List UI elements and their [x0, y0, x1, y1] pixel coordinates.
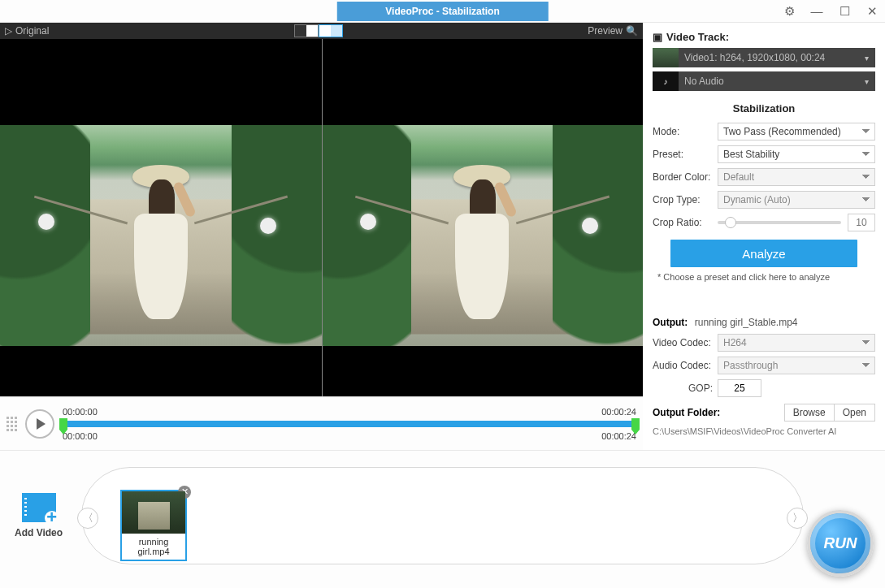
clip-name: running girl.mp4 [122, 535, 185, 560]
film-plus-icon [22, 493, 56, 522]
video-track-heading-text: Video Track: [666, 31, 729, 43]
video-track-select[interactable]: Video1: h264, 1920x1080, 00:24 ▾ [653, 48, 875, 67]
clip-shelf [81, 467, 804, 564]
mode-label: Mode: [653, 126, 713, 137]
preview-area: ▷ Original Preview 🔍 [0, 23, 643, 450]
preview-body [0, 39, 643, 396]
gop-input[interactable] [718, 379, 761, 397]
border-color-label: Border Color: [653, 171, 713, 183]
border-color-select[interactable]: Default [718, 168, 875, 186]
split-view-toggle [294, 24, 343, 37]
settings-icon[interactable]: ⚙ [781, 3, 797, 19]
play-button[interactable] [25, 409, 54, 439]
result-pane [322, 39, 644, 396]
open-button[interactable]: Open [835, 404, 875, 422]
analyze-hint: * Choose a preset and click here to anal… [657, 272, 875, 282]
audio-codec-select[interactable]: Passthrough [718, 357, 875, 374]
timeline-end: 00:00:24 [601, 407, 636, 417]
output-path: C:\Users\MSIF\Videos\VideoProc Converter… [653, 426, 875, 436]
crop-ratio-slider[interactable] [718, 221, 841, 224]
play-icon [37, 418, 46, 430]
original-pane [0, 39, 322, 396]
playback-controls: 00:00:00 00:00:24 00:00:00 00:00:24 [0, 396, 643, 450]
crop-ratio-input[interactable] [848, 214, 875, 231]
preview-toggle[interactable]: Preview 🔍 [583, 25, 643, 37]
trim-handle-start[interactable] [59, 418, 67, 430]
video-codec-select[interactable]: H264 [718, 334, 875, 352]
caret-down-icon: ▾ [865, 77, 869, 86]
run-button[interactable]: RUN [807, 510, 874, 577]
add-video-button[interactable]: Add Video [15, 493, 63, 538]
clip-card[interactable]: ✕ running girl.mp4 [120, 490, 187, 561]
video-track-heading: ▣ Video Track: [653, 31, 875, 43]
play-outline-icon: ▷ [5, 25, 12, 37]
crop-ratio-label: Crop Ratio: [653, 217, 713, 228]
shelf-next-button[interactable]: 〉 [787, 508, 808, 529]
minimize-button[interactable]: — [809, 3, 825, 19]
magnifier-icon: 🔍 [626, 25, 638, 37]
output-label: Output: [653, 317, 688, 328]
split-mode-a[interactable] [294, 24, 319, 37]
output-filename: running girl_Stable.mp4 [695, 317, 798, 328]
drag-handle-icon[interactable] [7, 417, 17, 431]
preview-label: Preview [588, 25, 623, 37]
bottom-strip: 〈 〉 Add Video ✕ running girl.mp4 RUN [0, 450, 885, 588]
slider-knob[interactable] [725, 217, 736, 228]
mode-select[interactable]: Two Pass (Recommended) [718, 123, 875, 141]
audio-codec-label: Audio Codec: [653, 360, 713, 371]
title-bar: VideoProc - Stabilization ⚙ — ☐ ✕ [0, 0, 885, 23]
output-folder-label: Output Folder: [653, 407, 720, 418]
shelf-prev-button[interactable]: 〈 [77, 508, 98, 529]
audio-icon: ♪ [653, 71, 679, 91]
window-title: VideoProc - Stabilization [336, 2, 548, 21]
caret-down-icon: ▾ [865, 54, 869, 63]
preset-select[interactable]: Best Stability [718, 145, 875, 163]
close-button[interactable]: ✕ [864, 3, 880, 19]
preview-header: ▷ Original Preview 🔍 [0, 23, 643, 39]
split-mode-b[interactable] [319, 24, 343, 37]
video-codec-label: Video Codec: [653, 337, 713, 348]
add-video-label: Add Video [15, 527, 63, 538]
stabilization-heading: Stabilization [653, 102, 875, 115]
crop-type-select[interactable]: Dynamic (Auto) [718, 191, 875, 209]
preset-label: Preset: [653, 149, 713, 160]
gop-label: GOP: [653, 383, 713, 394]
clip-thumbnail [122, 491, 185, 534]
timeline: 00:00:00 00:00:24 00:00:00 00:00:24 [63, 407, 636, 441]
timeline-start: 00:00:00 [63, 407, 98, 417]
analyze-button[interactable]: Analyze [670, 240, 857, 267]
browse-button[interactable]: Browse [784, 404, 835, 422]
maximize-button[interactable]: ☐ [836, 3, 852, 19]
preview-divider[interactable] [322, 39, 323, 396]
window-controls: ⚙ — ☐ ✕ [781, 3, 880, 19]
crop-type-label: Crop Type: [653, 194, 713, 205]
trim-handle-end[interactable] [631, 418, 640, 430]
timeline-sub-start: 00:00:00 [63, 431, 98, 441]
original-label: Original [15, 25, 49, 37]
original-toggle[interactable]: ▷ Original [0, 25, 54, 37]
settings-panel: ▣ Video Track: Video1: h264, 1920x1080, … [643, 23, 885, 450]
video-thumb-icon [653, 48, 679, 67]
audio-track-value: No Audio [684, 76, 724, 87]
audio-track-select[interactable]: ♪ No Audio ▾ [653, 71, 875, 91]
video-track-value: Video1: h264, 1920x1080, 00:24 [684, 52, 825, 63]
timeline-track[interactable] [63, 421, 636, 427]
video-track-icon: ▣ [653, 31, 662, 43]
